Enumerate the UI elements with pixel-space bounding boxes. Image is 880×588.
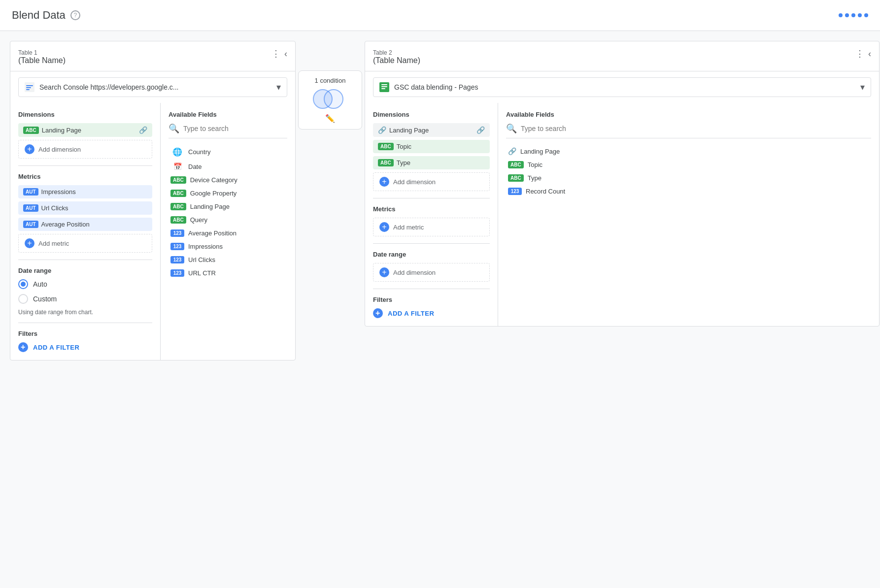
table1-add-dimension-btn[interactable]: + Add dimension	[18, 140, 152, 159]
table2-dim-link-icon: 🔗	[378, 126, 386, 134]
table2-dim-label-type: Type	[397, 159, 485, 166]
table1-date-custom-radio	[18, 294, 28, 304]
table1-search-icon: 🔍	[169, 123, 179, 134]
table1-field-urlctr-label: URL CTR	[188, 269, 216, 277]
table1-collapse-icon[interactable]: ‹	[284, 49, 287, 58]
table1-field-123-badge3: 123	[170, 256, 184, 263]
dot-5	[864, 13, 868, 17]
table1-met-label-impressions: Impressions	[41, 188, 147, 196]
table2-add-dimension-btn[interactable]: + Add dimension	[373, 172, 490, 191]
dot-3	[851, 13, 855, 17]
table2-dimension-type[interactable]: ABC Type	[373, 156, 490, 169]
table1-field-abc-badge1: ABC	[170, 176, 186, 184]
table1-dim-link-icon: 🔗	[139, 126, 147, 134]
table1-field-cal-icon: 📅	[170, 163, 184, 170]
join-edit-icon[interactable]: ✏️	[325, 114, 335, 123]
dot-2	[845, 13, 849, 17]
table2-add-dim-label: Add dimension	[393, 178, 436, 186]
table2-field-recordcount[interactable]: 123 Record Count	[506, 185, 871, 198]
table2-panel: Table 2 (Table Name) ⋮ ‹ GSC data blendi…	[365, 41, 880, 327]
table2-source-text: GSC data blending - Pages	[394, 83, 855, 91]
table1-add-dim-icon: +	[25, 144, 34, 154]
table1-met-badge-aut3: AUT	[23, 221, 38, 228]
dot-1	[839, 13, 843, 17]
table1-field-query[interactable]: ABC Query	[169, 213, 287, 227]
table2-search-input[interactable]	[521, 125, 871, 132]
table2-filters-title: Filters	[373, 296, 490, 303]
table1-metric-urlclicks[interactable]: AUT Url Clicks	[18, 201, 152, 215]
table1-filter-label: ADD A FILTER	[33, 344, 79, 351]
table1-avail-title: Available Fields	[169, 111, 287, 118]
table2-daterange-title: Date range	[373, 251, 490, 258]
svg-rect-6	[381, 86, 387, 87]
table2-add-date-label: Add dimension	[393, 269, 436, 276]
table2-collapse-icon[interactable]: ‹	[868, 49, 871, 58]
table1-dimensions-title: Dimensions	[18, 111, 152, 118]
table1-date-radio-group: Auto Custom	[18, 279, 152, 304]
table1-met-badge-aut2: AUT	[23, 204, 38, 212]
table2-add-metric-btn[interactable]: + Add metric	[373, 218, 490, 236]
table1-field-urlctr[interactable]: 123 URL CTR	[169, 266, 287, 280]
table1-more-icon[interactable]: ⋮	[271, 49, 280, 58]
table2-dimension-landing-page[interactable]: 🔗 Landing Page 🔗	[373, 123, 490, 137]
table1-metric-avgposition[interactable]: AUT Average Position	[18, 218, 152, 231]
table2-field-link-icon: 🔗	[508, 147, 516, 155]
dot-4	[858, 13, 862, 17]
table2-dimension-topic[interactable]: ABC Topic	[373, 140, 490, 153]
table1-field-impressions[interactable]: 123 Impressions	[169, 240, 287, 253]
table1-field-date[interactable]: 📅 Date	[169, 160, 287, 173]
table2-dim-label-topic: Topic	[397, 143, 485, 150]
table1-field-device[interactable]: ABC Device Category	[169, 173, 287, 187]
svg-rect-5	[381, 84, 387, 85]
table1-field-123-badge1: 123	[170, 229, 184, 237]
table1-dim-label-landing: Landing Page	[42, 127, 136, 134]
table1-metrics-title: Metrics	[18, 173, 152, 180]
table1-search-input[interactable]	[183, 125, 287, 132]
table2-add-dim-icon: +	[379, 177, 389, 187]
table1-add-metric-btn[interactable]: + Add metric	[18, 234, 152, 253]
table2-left-col: Dimensions 🔗 Landing Page 🔗 ABC Topic AB…	[365, 103, 498, 326]
table2-source-selector[interactable]: GSC data blending - Pages ▾	[373, 77, 871, 97]
table2-name: (Table Name)	[373, 56, 420, 65]
table2-header: Table 2 (Table Name) ⋮ ‹	[365, 41, 879, 71]
table1-field-country[interactable]: 🌐 Country	[169, 144, 287, 160]
table2-field-type[interactable]: ABC Type	[506, 171, 871, 185]
table1-filters-title: Filters	[18, 330, 152, 337]
table1-met-label-avgpos: Average Position	[41, 221, 147, 228]
table2-field-landing[interactable]: 🔗 Landing Page	[506, 144, 871, 158]
table1-field-urlclicks[interactable]: 123 Url Clicks	[169, 253, 287, 266]
table1-source-text: Search Console https://developers.google…	[39, 83, 271, 91]
svg-rect-2	[26, 87, 31, 88]
table1-field-googleprop[interactable]: ABC Google Property	[169, 187, 287, 200]
table2-field-topic[interactable]: ABC Topic	[506, 158, 871, 171]
table2-add-date-btn[interactable]: + Add dimension	[373, 263, 490, 282]
table2-field-123-badge1: 123	[508, 188, 522, 195]
table2-avail-title: Available Fields	[506, 111, 871, 118]
table2-add-filter-btn[interactable]: + ADD A FILTER	[373, 308, 490, 318]
table1-date-custom[interactable]: Custom	[18, 294, 152, 304]
table1-field-avgpos[interactable]: 123 Average Position	[169, 227, 287, 240]
table1-field-country-label: Country	[188, 148, 211, 156]
table2-dropdown-arrow: ▾	[860, 82, 865, 93]
join-box[interactable]: 1 condition ✏️	[298, 70, 362, 130]
venn-right-circle	[324, 89, 343, 109]
table2-field-topic-label: Topic	[528, 161, 542, 168]
table1-field-landingpage-label: Landing Page	[190, 203, 230, 210]
sep2	[18, 260, 152, 260]
table1-add-filter-btn[interactable]: + ADD A FILTER	[18, 342, 152, 352]
table2-more-icon[interactable]: ⋮	[855, 49, 864, 58]
table1-title-group: Table 1 (Table Name)	[18, 49, 66, 65]
table1-field-123-badge4: 123	[170, 269, 184, 277]
table1-metric-impressions[interactable]: AUT Impressions	[18, 185, 152, 198]
table2-dim-badge-type: ABC	[378, 159, 394, 166]
table1-date-custom-label: Custom	[33, 295, 57, 303]
table1-right-col: Available Fields 🔍 🌐 Country 📅 Date ABC …	[161, 103, 295, 360]
table1-dimension-landing-page[interactable]: ABC Landing Page 🔗	[18, 123, 152, 137]
table1-field-landingpage[interactable]: ABC Landing Page	[169, 200, 287, 213]
table1-date-auto[interactable]: Auto	[18, 279, 152, 289]
table1-source-selector[interactable]: Search Console https://developers.google…	[18, 77, 287, 97]
table2-filter-icon: +	[373, 308, 383, 318]
help-icon[interactable]: ?	[70, 10, 80, 20]
table1-panel: Table 1 (Table Name) ⋮ ‹ Search Console …	[10, 41, 296, 360]
table1-date-hint: Using date range from chart.	[18, 309, 152, 316]
